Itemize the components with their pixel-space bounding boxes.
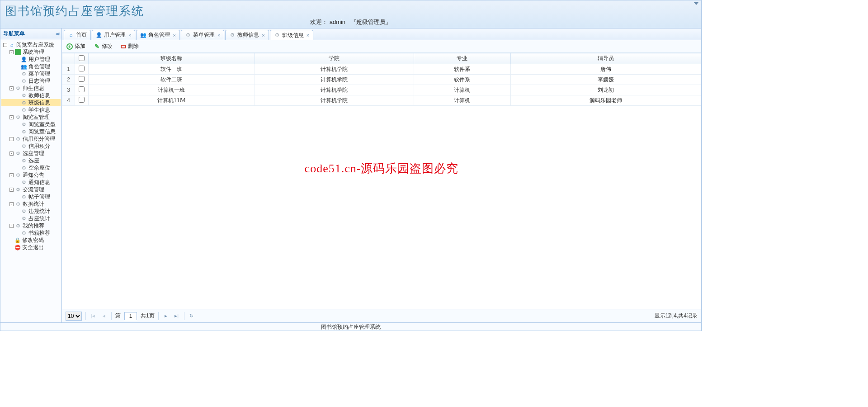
role-icon: 👥 xyxy=(21,63,27,70)
next-page-button[interactable]: ▸ xyxy=(162,312,170,320)
column-header[interactable]: 学院 xyxy=(255,53,414,64)
nav-item-20[interactable]: -⚙交流管理 xyxy=(1,186,61,193)
nav-item-6[interactable]: -⚙师生信息 xyxy=(1,85,61,92)
page-size-select[interactable]: 10 xyxy=(66,312,82,321)
add-button[interactable]: + 添加 xyxy=(66,43,85,50)
cell: 计算机一班 xyxy=(89,85,255,95)
minus-icon xyxy=(121,45,126,48)
nav-item-22[interactable]: -⚙数据统计 xyxy=(1,200,61,208)
nav-item-label: 阅览室管理 xyxy=(23,114,50,121)
nav-item-label: 信用积分 xyxy=(28,142,50,150)
nav-item-1[interactable]: -系统管理 xyxy=(1,48,61,56)
nav-item-5[interactable]: ⚙日志管理 xyxy=(1,77,61,85)
row-number: 1 xyxy=(62,64,75,75)
nav-item-4[interactable]: ⚙菜单管理 xyxy=(1,70,61,77)
cell: 软件系 xyxy=(414,64,510,75)
row-checkbox[interactable] xyxy=(79,66,85,71)
nav-item-26[interactable]: ⚙书籍推荐 xyxy=(1,229,61,237)
sidebar-collapse-icon[interactable]: << xyxy=(56,31,59,37)
nav-item-28[interactable]: ⛔安全退出 xyxy=(1,244,61,251)
nav-item-23[interactable]: ⚙违规统计 xyxy=(1,208,61,215)
cell: 计算机1164 xyxy=(89,95,255,106)
tab-5[interactable]: ⚙班级信息× xyxy=(270,30,313,40)
nav-item-18[interactable]: -⚙通知公告 xyxy=(1,171,61,179)
refresh-button[interactable]: ↻ xyxy=(188,312,195,320)
row-checkbox[interactable] xyxy=(79,76,85,82)
expand-icon[interactable]: - xyxy=(9,188,14,192)
role-icon: 👥 xyxy=(140,32,146,38)
nav-item-13[interactable]: -⚙信用积分管理 xyxy=(1,135,61,142)
gear-icon: ⚙ xyxy=(21,71,27,77)
tab-2[interactable]: 👥角色管理× xyxy=(136,30,179,40)
expand-icon[interactable]: - xyxy=(9,151,14,156)
plus-icon: + xyxy=(66,43,73,50)
edit-button[interactable]: ✎ 修改 xyxy=(94,43,113,50)
tab-0[interactable]: ⌂首页 xyxy=(64,30,91,40)
table-row[interactable]: 4计算机1164计算机学院计算机源码乐园老师 xyxy=(62,95,701,106)
nav-item-3[interactable]: 👥角色管理 xyxy=(1,63,61,70)
prev-page-button[interactable]: ◂ xyxy=(100,312,108,320)
nav-item-25[interactable]: -⚙我的推荐 xyxy=(1,222,61,229)
tab-1[interactable]: 👤用户管理× xyxy=(92,30,135,40)
tab-close-icon[interactable]: × xyxy=(262,33,264,38)
gear-icon: ⚙ xyxy=(21,179,27,185)
nav-item-12[interactable]: ⚙阅览室信息 xyxy=(1,128,61,135)
expand-icon[interactable]: - xyxy=(3,43,7,47)
cell: 计算机学院 xyxy=(255,85,414,95)
gear-icon: ⚙ xyxy=(21,143,27,149)
cell: 计算机学院 xyxy=(255,95,414,106)
tab-close-icon[interactable]: × xyxy=(128,33,131,38)
tab-3[interactable]: ⚙菜单管理× xyxy=(181,30,224,40)
expand-icon[interactable]: - xyxy=(9,202,14,206)
column-header[interactable]: 专业 xyxy=(414,53,510,64)
page-number-input[interactable] xyxy=(124,312,137,320)
rownum-header xyxy=(62,53,75,64)
gear-icon: ⚙ xyxy=(15,222,21,229)
nav-item-21[interactable]: ⚙帖子管理 xyxy=(1,193,61,200)
nav-item-15[interactable]: -⚙选座管理 xyxy=(1,150,61,157)
tab-4[interactable]: ⚙教师信息× xyxy=(225,30,269,40)
select-all-checkbox[interactable] xyxy=(79,55,85,61)
tab-close-icon[interactable]: × xyxy=(217,33,220,38)
nav-item-10[interactable]: -⚙阅览室管理 xyxy=(1,114,61,121)
tab-close-icon[interactable]: × xyxy=(307,33,309,38)
nav-item-0[interactable]: -⌂阅览室占座系统 xyxy=(1,41,61,48)
tab-close-icon[interactable]: × xyxy=(173,33,175,38)
nav-item-7[interactable]: ⚙教师信息 xyxy=(1,92,61,99)
gear-icon: ⚙ xyxy=(21,107,27,113)
table-row[interactable]: 3计算机一班计算机学院计算机刘龙初 xyxy=(62,85,701,95)
row-number: 3 xyxy=(62,85,75,95)
expand-icon[interactable]: - xyxy=(9,173,14,177)
nav-item-14[interactable]: ⚙信用积分 xyxy=(1,142,61,150)
nav-item-24[interactable]: ⚙占座统计 xyxy=(1,215,61,222)
row-checkbox[interactable] xyxy=(79,97,85,103)
nav-item-27[interactable]: 🔒修改密码 xyxy=(1,237,61,244)
expand-icon[interactable]: - xyxy=(9,224,14,228)
gear-icon: ⚙ xyxy=(185,32,191,38)
table-row[interactable]: 1软件一班计算机学院软件系唐伟 xyxy=(62,64,701,75)
nav-item-label: 系统管理 xyxy=(23,48,44,56)
expand-icon[interactable]: - xyxy=(9,50,14,54)
nav-item-9[interactable]: ⚙学生信息 xyxy=(1,106,61,114)
last-page-button[interactable]: ▸| xyxy=(173,312,180,320)
cell: 计算机学院 xyxy=(255,64,414,75)
nav-item-19[interactable]: ⚙通知信息 xyxy=(1,179,61,186)
folder-icon xyxy=(15,49,21,55)
table-row[interactable]: 2软件二班计算机学院软件系李媛媛 xyxy=(62,75,701,85)
nav-item-8[interactable]: ⚙班级信息 xyxy=(1,99,61,106)
gear-icon: ⚙ xyxy=(229,32,236,38)
header-collapse-icon[interactable] xyxy=(694,2,698,5)
expand-icon[interactable]: - xyxy=(9,115,14,119)
delete-button[interactable]: 删除 xyxy=(121,43,139,50)
nav-item-label: 菜单管理 xyxy=(28,70,50,78)
column-header[interactable]: 班级名称 xyxy=(89,53,255,64)
column-header[interactable]: 辅导员 xyxy=(510,53,701,64)
first-page-button[interactable]: |◂ xyxy=(90,312,97,320)
nav-item-16[interactable]: ⚙选座 xyxy=(1,157,61,164)
expand-icon[interactable]: - xyxy=(9,86,14,90)
nav-item-11[interactable]: ⚙阅览室类型 xyxy=(1,121,61,128)
row-checkbox[interactable] xyxy=(79,86,85,92)
nav-item-17[interactable]: ⚙空余座位 xyxy=(1,164,61,171)
expand-icon[interactable]: - xyxy=(9,137,14,141)
nav-item-2[interactable]: 👤用户管理 xyxy=(1,56,61,63)
